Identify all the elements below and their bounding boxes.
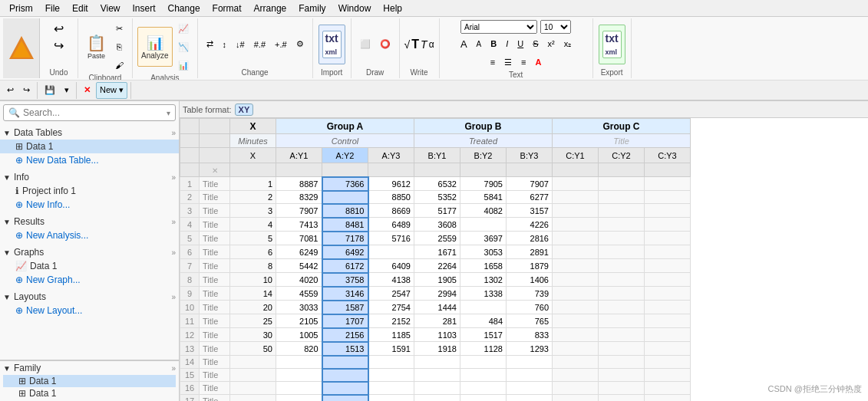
table-cell[interactable]: 6489 <box>368 218 414 232</box>
table-cell[interactable] <box>368 356 414 369</box>
font-size-select[interactable]: 10 <box>540 20 571 34</box>
table-cell[interactable]: 1 <box>180 177 200 191</box>
table-cell[interactable]: 6409 <box>368 259 414 273</box>
table-cell[interactable] <box>645 382 691 395</box>
table-cell[interactable]: 2891 <box>507 245 553 259</box>
sidebar-new-analysis[interactable]: ⊕ New Analysis... <box>0 228 179 242</box>
section-more-info[interactable]: » <box>171 173 176 182</box>
table-cell[interactable]: 7 <box>180 259 200 273</box>
bottom-section-header[interactable]: ▼ Family » <box>3 363 176 373</box>
format-painter-btn[interactable]: 🖌 <box>111 57 127 74</box>
table-cell[interactable]: Title <box>200 369 230 382</box>
sidebar-new-graph[interactable]: ⊕ New Graph... <box>0 273 179 287</box>
table-cell[interactable] <box>553 191 599 204</box>
menu-prism[interactable]: Prism <box>3 2 39 15</box>
table-cell[interactable]: 8 <box>180 273 200 287</box>
table-cell[interactable]: 7081 <box>276 232 322 245</box>
menu-file[interactable]: File <box>39 2 66 15</box>
table-cell[interactable]: Title <box>200 204 230 218</box>
table-cell[interactable] <box>599 328 645 342</box>
table-cell[interactable] <box>553 259 599 273</box>
th-colname-ay1[interactable]: A:Y1 <box>276 148 322 163</box>
table-cell[interactable]: Title <box>200 314 230 328</box>
table-cell[interactable] <box>276 369 322 382</box>
table-cell[interactable] <box>322 356 368 369</box>
table-cell[interactable]: 1005 <box>276 328 322 342</box>
table-cell[interactable] <box>599 287 645 301</box>
sidebar-section-header-layouts[interactable]: ▼ Layouts » <box>0 290 179 304</box>
table-cell[interactable] <box>599 356 645 369</box>
table-cell[interactable] <box>460 369 507 382</box>
toolbar-save-dropdown-btn[interactable]: ▾ <box>61 82 73 99</box>
table-cell[interactable]: 2816 <box>507 232 553 245</box>
table-cell[interactable] <box>230 395 276 402</box>
table-cell[interactable] <box>230 382 276 395</box>
table-cell[interactable] <box>599 259 645 273</box>
table-cell[interactable]: 2105 <box>276 314 322 328</box>
table-cell[interactable]: 1707 <box>322 314 368 328</box>
table-cell[interactable]: 1658 <box>460 259 507 273</box>
table-cell[interactable]: 3146 <box>322 287 368 301</box>
table-cell[interactable]: 7905 <box>460 177 507 191</box>
table-cell[interactable]: 3033 <box>276 301 322 314</box>
align-right-btn[interactable]: ≡ <box>517 54 530 71</box>
sidebar-section-header-graphs[interactable]: ▼ Graphs » <box>0 245 179 259</box>
subscript-btn[interactable]: x₂ <box>560 35 576 52</box>
section-more-family[interactable]: » <box>171 364 176 373</box>
table-cell[interactable]: 13 <box>180 342 200 356</box>
table-cell[interactable]: 6277 <box>507 191 553 204</box>
table-cell[interactable]: 8887 <box>276 177 322 191</box>
table-cell[interactable]: 1587 <box>322 301 368 314</box>
table-cell[interactable] <box>276 395 322 402</box>
table-cell[interactable] <box>645 356 691 369</box>
table-cell[interactable]: 1671 <box>414 245 460 259</box>
import-xml-btn[interactable]: txtxml <box>318 25 345 64</box>
table-cell[interactable]: 7907 <box>507 177 553 191</box>
table-cell[interactable] <box>553 382 599 395</box>
table-cell[interactable] <box>553 218 599 232</box>
table-cell[interactable]: Title <box>200 382 230 395</box>
draw-ellipse-btn[interactable]: ⭕ <box>376 36 394 53</box>
table-cell[interactable]: 1591 <box>368 342 414 356</box>
table-cell[interactable] <box>645 259 691 273</box>
bottom-item-data1[interactable]: ⊞ Data 1 <box>3 375 176 387</box>
table-container[interactable]: X Group A Group B Group C Minutes Contro… <box>180 118 868 401</box>
table-cell[interactable]: 3157 <box>507 204 553 218</box>
table-cell[interactable]: 4020 <box>276 273 322 287</box>
table-cell[interactable]: 3758 <box>322 273 368 287</box>
font-smaller-btn[interactable]: A <box>473 35 486 52</box>
table-cell[interactable] <box>645 301 691 314</box>
table-cell[interactable]: 5716 <box>368 232 414 245</box>
table-cell[interactable] <box>553 177 599 191</box>
table-cell[interactable] <box>553 314 599 328</box>
table-cell[interactable] <box>507 356 553 369</box>
filter-close-icon[interactable]: ✕ <box>212 166 218 175</box>
sidebar-section-header-info[interactable]: ▼ Info » <box>0 170 179 184</box>
table-cell[interactable]: 1302 <box>460 273 507 287</box>
table-cell[interactable]: Title <box>200 177 230 191</box>
table-cell[interactable]: 4138 <box>368 273 414 287</box>
table-cell[interactable] <box>460 356 507 369</box>
toolbar-new-btn[interactable]: New ▾ <box>96 82 127 99</box>
table-cell[interactable] <box>553 342 599 356</box>
table-cell[interactable] <box>507 369 553 382</box>
sidebar-item-data1[interactable]: ⊞ Data 1 <box>0 140 179 153</box>
table-cell[interactable]: 1293 <box>507 342 553 356</box>
table-cell[interactable]: 2547 <box>368 287 414 301</box>
sidebar-section-header-results[interactable]: ▼ Results » <box>0 215 179 228</box>
paste-btn[interactable]: 📋 Paste <box>83 28 110 65</box>
table-cell[interactable] <box>599 245 645 259</box>
th-colname-cy3[interactable]: C:Y3 <box>645 148 691 163</box>
table-cell[interactable]: 5 <box>180 232 200 245</box>
table-cell[interactable] <box>553 301 599 314</box>
table-cell[interactable]: Title <box>200 342 230 356</box>
table-cell[interactable] <box>414 369 460 382</box>
table-cell[interactable]: 10 <box>230 273 276 287</box>
table-cell[interactable] <box>599 232 645 245</box>
table-cell[interactable]: 6 <box>180 245 200 259</box>
analyze-btn[interactable]: 📊 Analyze <box>137 27 173 67</box>
table-cell[interactable]: 1128 <box>460 342 507 356</box>
section-more-datatables[interactable]: » <box>171 129 176 137</box>
table-cell[interactable] <box>276 382 322 395</box>
table-cell[interactable]: 7413 <box>276 218 322 232</box>
